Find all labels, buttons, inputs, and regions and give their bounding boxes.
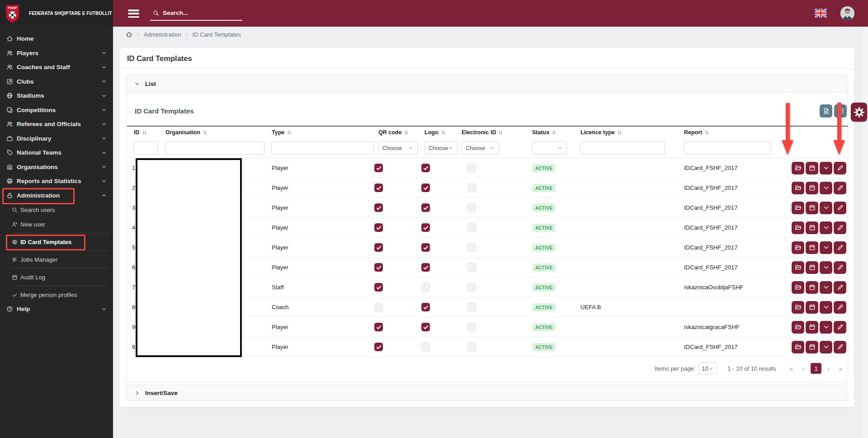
filter-organisation-input[interactable]	[165, 141, 264, 155]
column-header-logo[interactable]: Logo	[418, 129, 455, 136]
qr-code-checkbox-checked[interactable]	[374, 203, 383, 212]
open-template-button[interactable]	[792, 162, 804, 174]
sidebar-item-home[interactable]: Home	[0, 32, 113, 46]
sidebar-item-clubs[interactable]: Clubs	[0, 75, 113, 89]
electronic-id-checkbox-unchecked[interactable]	[467, 203, 476, 212]
logo-checkbox-unchecked[interactable]	[421, 283, 430, 292]
logo-checkbox-checked[interactable]	[421, 164, 430, 172]
electronic-id-checkbox-unchecked[interactable]	[467, 184, 476, 192]
more-actions-button[interactable]	[820, 202, 832, 214]
logo-checkbox-checked[interactable]	[421, 223, 430, 232]
qr-code-checkbox-unchecked[interactable]	[374, 303, 383, 311]
settings-gear-button[interactable]	[851, 103, 867, 122]
filter-id-input[interactable]	[133, 141, 158, 155]
more-actions-button[interactable]	[820, 341, 832, 353]
last-page-button[interactable]: »	[835, 365, 847, 372]
current-page-button[interactable]: 1	[811, 363, 821, 374]
more-actions-button[interactable]	[820, 241, 832, 254]
electronic-id-checkbox-unchecked[interactable]	[467, 303, 476, 311]
sidebar-subitem-merge-person-profiles[interactable]: Merge person profiles	[0, 287, 113, 302]
qr-code-checkbox-checked[interactable]	[374, 323, 383, 331]
list-panel-header[interactable]: List	[127, 75, 848, 93]
qr-code-checkbox-checked[interactable]	[374, 263, 383, 272]
column-header-type[interactable]: Type	[265, 129, 372, 136]
column-header-organisation[interactable]: Organisation	[159, 129, 265, 136]
edit-button[interactable]	[834, 202, 846, 214]
edit-button[interactable]	[834, 241, 846, 254]
logo-checkbox-checked[interactable]	[421, 203, 430, 212]
edit-button[interactable]	[834, 341, 846, 353]
filter-electronic-id-select[interactable]: Choose	[461, 141, 499, 155]
filter-logo-select[interactable]: Choose	[424, 141, 458, 155]
column-header-electronic-id[interactable]: Electronic ID	[455, 129, 525, 136]
more-actions-button[interactable]	[820, 281, 832, 294]
electronic-id-checkbox-unchecked[interactable]	[467, 323, 476, 331]
sidebar-subitem-search-users[interactable]: Search users	[0, 203, 113, 217]
filter-licence-type-input[interactable]	[580, 141, 665, 155]
home-icon[interactable]	[126, 31, 132, 38]
more-actions-button[interactable]	[820, 321, 832, 334]
menu-toggle-button[interactable]	[128, 9, 139, 18]
more-actions-button[interactable]	[820, 301, 832, 314]
logo-checkbox-checked[interactable]	[421, 243, 430, 252]
schedule-button[interactable]	[806, 241, 818, 254]
sidebar-item-referees-and-officials[interactable]: Referees and Officials	[0, 117, 113, 132]
edit-button[interactable]	[834, 221, 846, 234]
page-size-select[interactable]: 10	[698, 363, 717, 375]
schedule-button[interactable]	[806, 221, 818, 234]
qr-code-checkbox-checked[interactable]	[374, 283, 383, 292]
schedule-button[interactable]	[806, 162, 818, 174]
global-search-input[interactable]: Search...	[150, 6, 242, 21]
schedule-button[interactable]	[806, 202, 818, 214]
sidebar-subitem-jobs-manager[interactable]: Jobs Manager	[0, 252, 113, 267]
schedule-button[interactable]	[806, 301, 818, 314]
sidebar-item-players[interactable]: Players	[0, 46, 113, 61]
qr-code-checkbox-checked[interactable]	[374, 343, 383, 351]
edit-button[interactable]	[834, 261, 846, 274]
open-template-button[interactable]	[792, 241, 804, 254]
export-excel-button[interactable]	[820, 104, 832, 118]
logo-checkbox-checked[interactable]	[421, 263, 430, 272]
schedule-button[interactable]	[806, 261, 818, 274]
electronic-id-checkbox-unchecked[interactable]	[467, 343, 476, 351]
sidebar-item-disciplinary[interactable]: Disciplinary	[0, 132, 113, 146]
sidebar-item-help[interactable]: Help	[0, 302, 113, 316]
filter-report-input[interactable]	[684, 141, 770, 155]
edit-button[interactable]	[834, 182, 846, 194]
more-actions-button[interactable]	[820, 182, 832, 194]
column-header-status[interactable]: Status	[525, 129, 574, 136]
open-template-button[interactable]	[792, 221, 804, 234]
more-actions-button[interactable]	[820, 221, 832, 234]
sidebar-subitem-audit-log[interactable]: Audit Log	[0, 270, 113, 284]
more-actions-button[interactable]	[820, 162, 832, 174]
prev-page-button[interactable]: ‹	[797, 365, 810, 372]
logo-checkbox-checked[interactable]	[421, 323, 430, 331]
electronic-id-checkbox-unchecked[interactable]	[467, 263, 476, 272]
open-template-button[interactable]	[792, 182, 804, 194]
insert-save-panel-header[interactable]: Insert/Save	[127, 385, 848, 400]
sidebar-item-coaches-and-staff[interactable]: Coaches and Staff	[0, 60, 113, 75]
breadcrumb-administration[interactable]: Administration	[144, 31, 181, 38]
schedule-button[interactable]	[806, 341, 818, 353]
more-actions-button[interactable]	[820, 261, 832, 274]
sidebar-item-stadiums[interactable]: Stadiums	[0, 89, 113, 103]
schedule-button[interactable]	[806, 182, 818, 194]
edit-button[interactable]	[834, 162, 846, 174]
schedule-button[interactable]	[806, 281, 818, 294]
breadcrumb-id-card-templates[interactable]: ID Card Templates	[192, 31, 241, 38]
electronic-id-checkbox-unchecked[interactable]	[467, 164, 476, 172]
sidebar-item-organisations[interactable]: Organisations	[0, 160, 113, 174]
open-template-button[interactable]	[792, 281, 804, 294]
edit-button[interactable]	[834, 321, 846, 334]
column-header-licence-type[interactable]: Licence type	[574, 129, 677, 136]
sidebar-item-reports-and-statistics[interactable]: Reports and Statistics	[0, 174, 113, 188]
sidebar-item-competitions[interactable]: Competitions	[0, 103, 113, 118]
edit-button[interactable]	[834, 281, 846, 294]
language-flag-uk[interactable]	[815, 9, 827, 18]
open-template-button[interactable]	[792, 341, 804, 353]
logo-checkbox-checked[interactable]	[421, 184, 430, 192]
filter-status-select[interactable]	[532, 141, 567, 155]
open-template-button[interactable]	[792, 202, 804, 214]
column-header-qr-code[interactable]: QR code	[372, 129, 418, 136]
open-template-button[interactable]	[792, 321, 804, 334]
